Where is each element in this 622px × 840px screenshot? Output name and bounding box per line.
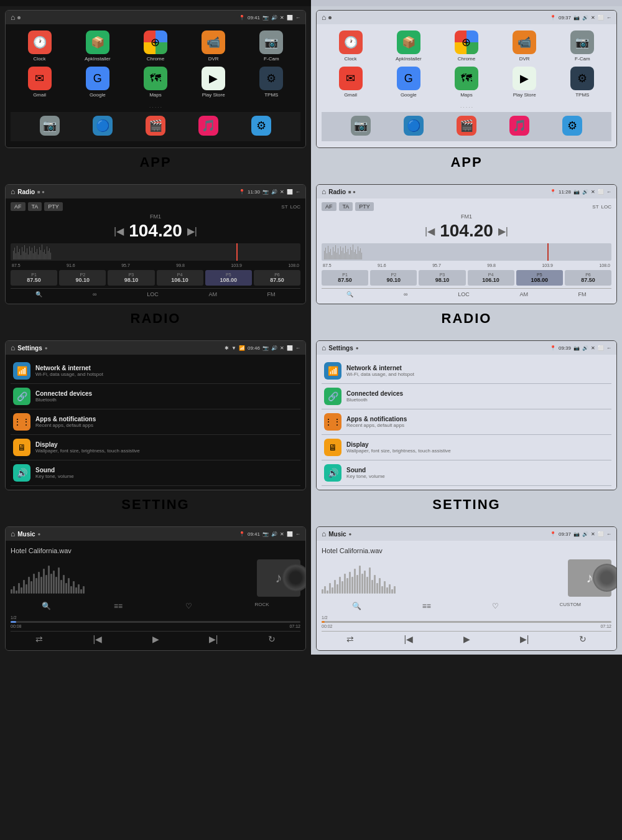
app-dvr-light[interactable]: 📹 DVR [506, 30, 543, 62]
settings-sound-dark[interactable]: 🔊 Sound Key tone, volume [11, 460, 300, 486]
prev-btn-dark[interactable]: |◀ [93, 634, 103, 644]
app-playstore[interactable]: ▶ Play Store [195, 67, 232, 98]
preset-p4-light[interactable]: P4106.10 [468, 270, 514, 286]
dock-music-light[interactable]: 🎵 [509, 116, 529, 136]
app-fcam[interactable]: 📷 F-Cam [253, 30, 290, 62]
home-music-dark[interactable]: ⌂ [11, 530, 15, 538]
loop-radio-dark[interactable]: ∞ [93, 291, 96, 297]
ta-btn-light[interactable]: TA [339, 202, 353, 211]
settings-apps-dark[interactable]: ⋮⋮ Apps & notifications Recent apps, def… [11, 409, 300, 435]
back-icon-light[interactable]: ← [606, 15, 611, 21]
dock-cam-icon[interactable]: 📷 [40, 116, 60, 136]
dock-media-icon[interactable]: 🎬 [146, 116, 165, 136]
app-gmail[interactable]: ✉ Gmail [21, 67, 58, 98]
repeat-btn-dark[interactable]: ↻ [268, 634, 276, 644]
prev-btn-light[interactable]: |◀ [404, 634, 414, 644]
pty-btn[interactable]: PTY [44, 202, 63, 211]
equalizer-label-dark[interactable]: ROCK [254, 602, 269, 610]
app-apk-light[interactable]: 📦 ApkInstaller [390, 30, 427, 62]
back-icon[interactable]: ← [295, 15, 300, 21]
like-icon-light[interactable]: ♡ [492, 602, 499, 610]
app-tpms-light[interactable]: ⚙ TPMS [564, 67, 601, 98]
settings-apps-light[interactable]: ⋮⋮ Apps & notifications Recent apps, def… [322, 409, 611, 435]
preset-p5-dark[interactable]: P5108.00 [205, 270, 252, 286]
app-dvr[interactable]: 📹 DVR [195, 30, 232, 62]
dock-settings-icon[interactable]: ⚙ [251, 116, 271, 136]
app-chrome[interactable]: ⊕ Chrome [137, 30, 174, 62]
app-clock[interactable]: 🕐 Clock [21, 30, 58, 62]
next-btn-light[interactable]: ▶| [520, 634, 529, 644]
equalizer-label-light[interactable]: CUSTOM [560, 602, 582, 610]
app-maps[interactable]: 🗺 Maps [137, 67, 174, 98]
dock-music-icon[interactable]: 🎵 [198, 116, 218, 136]
like-icon-dark[interactable]: ♡ [185, 602, 192, 610]
preset-p6-light[interactable]: P687.50 [565, 270, 611, 286]
prev-btn-light[interactable]: |◀ [425, 225, 435, 237]
play-btn-dark[interactable]: ▶ [152, 634, 159, 644]
search-radio-dark[interactable]: 🔍 [35, 291, 42, 297]
equalizer-icon-dark[interactable]: ≡≡ [114, 602, 123, 610]
app-apkinstaller[interactable]: 📦 ApkInstaller [79, 30, 116, 62]
app-fcam-light[interactable]: 📷 F-Cam [564, 30, 601, 62]
home-radio-dark[interactable]: ⌂ [11, 187, 15, 196]
preset-p3-light[interactable]: P398.10 [419, 270, 465, 286]
preset-p2-dark[interactable]: P290.10 [59, 270, 106, 286]
settings-display-light[interactable]: 🖥 Display Wallpaper, font size, brightne… [322, 435, 611, 460]
shuffle-btn-dark[interactable]: ⇄ [35, 634, 43, 644]
prev-btn-dark[interactable]: |◀ [114, 225, 124, 237]
fm-radio-dark[interactable]: FM [267, 291, 276, 297]
home-settings-light[interactable]: ⌂ [322, 343, 326, 352]
settings-sound-light[interactable]: 🔊 Sound Key tone, volume [322, 460, 611, 486]
settings-network-dark[interactable]: 📶 Network & internet Wi-Fi, data usage, … [11, 358, 300, 384]
app-playstore-light[interactable]: ▶ Play Store [506, 67, 543, 98]
fm-radio-light[interactable]: FM [578, 291, 587, 297]
app-google-light[interactable]: G Google [390, 67, 427, 98]
repeat-btn-light[interactable]: ↻ [579, 634, 587, 644]
loc-radio-dark[interactable]: LOC [147, 291, 159, 297]
play-btn-light[interactable]: ▶ [463, 634, 470, 644]
app-gmail-light[interactable]: ✉ Gmail [332, 67, 369, 98]
app-clock-light[interactable]: 🕐 Clock [332, 30, 369, 62]
preset-p1-light[interactable]: P187.50 [322, 270, 368, 286]
settings-devices-light[interactable]: 🔗 Connected devices Bluetooth [322, 384, 611, 409]
am-radio-light[interactable]: AM [519, 291, 528, 297]
dock-bt-light[interactable]: 🔵 [404, 116, 424, 136]
preset-p4-dark[interactable]: P4106.10 [157, 270, 203, 286]
dock-cam-light[interactable]: 📷 [351, 116, 371, 136]
next-btn-dark[interactable]: ▶| [209, 634, 218, 644]
home-icon[interactable]: ⌂ [11, 13, 15, 22]
settings-network-light[interactable]: 📶 Network & internet Wi-Fi, data usage, … [322, 358, 611, 384]
app-chrome-light[interactable]: ⊕ Chrome [448, 30, 485, 62]
search-music-dark[interactable]: 🔍 [42, 602, 51, 610]
home-icon-light[interactable]: ⌂ [322, 13, 326, 22]
dock-media-light[interactable]: 🎬 [457, 116, 476, 136]
equalizer-icon-light[interactable]: ≡≡ [422, 602, 431, 610]
preset-p1-dark[interactable]: P187.50 [11, 270, 57, 286]
am-radio-dark[interactable]: AM [208, 291, 217, 297]
app-maps-light[interactable]: 🗺 Maps [448, 67, 485, 98]
preset-p5-light[interactable]: P5108.00 [516, 270, 563, 286]
dock-settings-light[interactable]: ⚙ [562, 116, 582, 136]
search-music-light[interactable]: 🔍 [352, 602, 361, 610]
preset-p6-dark[interactable]: P687.50 [254, 270, 300, 286]
loop-radio-light[interactable]: ∞ [404, 291, 407, 297]
af-btn-light[interactable]: AF [322, 202, 337, 211]
shuffle-btn-light[interactable]: ⇄ [346, 634, 354, 644]
preset-p3-dark[interactable]: P398.10 [108, 270, 154, 286]
settings-display-dark[interactable]: 🖥 Display Wallpaper, font size, brightne… [11, 435, 300, 460]
next-btn-light[interactable]: ▶| [498, 225, 508, 237]
home-music-light[interactable]: ⌂ [322, 530, 326, 538]
home-settings-dark[interactable]: ⌂ [11, 343, 15, 352]
settings-devices-dark[interactable]: 🔗 Connected devices Bluetooth [11, 384, 300, 409]
preset-p2-light[interactable]: P290.10 [370, 270, 417, 286]
pty-btn-light[interactable]: PTY [355, 202, 374, 211]
af-btn[interactable]: AF [11, 202, 26, 211]
home-radio-light[interactable]: ⌂ [322, 187, 326, 196]
app-google[interactable]: G Google [79, 67, 116, 98]
app-tpms[interactable]: ⚙ TPMS [253, 67, 290, 98]
next-btn-dark[interactable]: ▶| [187, 225, 197, 237]
loc-radio-light[interactable]: LOC [458, 291, 470, 297]
ta-btn[interactable]: TA [28, 202, 42, 211]
search-radio-light[interactable]: 🔍 [346, 291, 353, 297]
dock-bluetooth-icon[interactable]: 🔵 [93, 116, 113, 136]
